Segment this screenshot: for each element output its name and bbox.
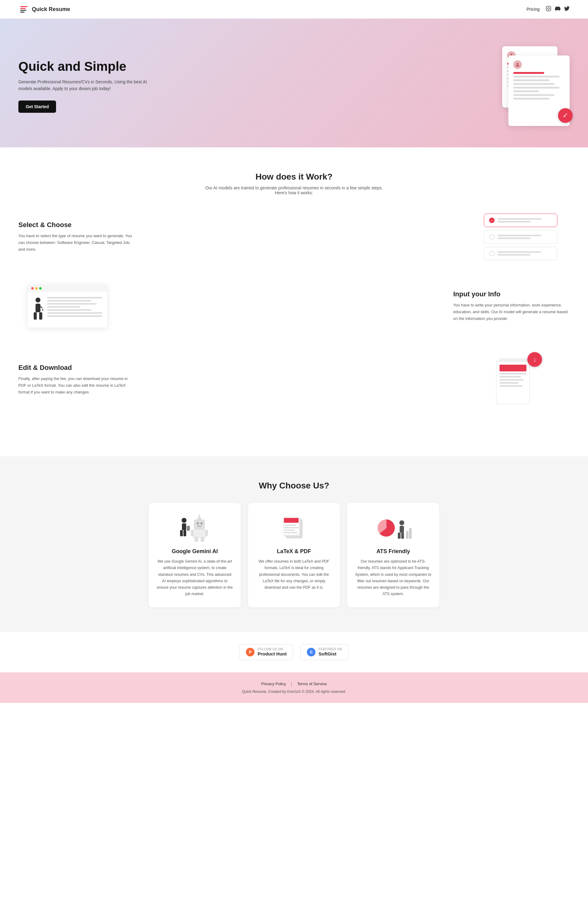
svg-point-41 — [400, 520, 404, 525]
step-edit-title: Edit & Download — [18, 364, 135, 372]
terms-link[interactable]: Terms of Service — [297, 682, 327, 687]
discord-link[interactable] — [555, 6, 560, 13]
download-visual: ↓ — [493, 352, 548, 407]
svg-rect-16 — [182, 523, 186, 530]
select-option-3 — [484, 247, 557, 260]
ai-icon-area — [156, 513, 233, 543]
how-section: How does it Work? Our AI models are trai… — [0, 148, 588, 456]
svg-rect-24 — [198, 517, 201, 520]
svg-rect-38 — [284, 529, 295, 531]
svg-rect-0 — [18, 4, 29, 15]
svg-rect-31 — [201, 537, 204, 542]
svg-rect-19 — [187, 526, 190, 531]
ats-icon-area — [355, 513, 432, 543]
latex-icon-area — [256, 513, 332, 543]
logo-text: Quick Resume — [32, 6, 70, 13]
svg-rect-3 — [20, 10, 26, 11]
hero-title: Quick and Simple — [18, 59, 147, 74]
svg-rect-29 — [206, 530, 208, 535]
step-select-title: Select & Choose — [18, 221, 135, 229]
producthunt-badge[interactable]: P FOLLOW US ON Product Hunt — [239, 644, 293, 660]
svg-rect-20 — [194, 520, 205, 529]
feature-card-latex: LaTeX & PDF We offer resumes in both LaT… — [248, 503, 340, 608]
step-select-text: Select & Choose You have to select the t… — [18, 221, 135, 253]
hero-subtitle: Generate Professional Resumes/CVs in Sec… — [18, 79, 147, 92]
svg-rect-42 — [400, 526, 404, 532]
select-option-1: ✓ — [484, 214, 557, 227]
svg-rect-36 — [284, 525, 296, 526]
radio-checked: ✓ — [489, 218, 495, 223]
svg-rect-25 — [193, 529, 206, 537]
svg-point-9 — [36, 297, 41, 302]
svg-point-21 — [197, 522, 199, 525]
svg-rect-46 — [409, 528, 411, 539]
sg-name-label: SoftGist — [318, 651, 342, 657]
step-input-text: Input your Info You have to write your p… — [453, 290, 570, 322]
ats-card-title: ATS Friendly — [355, 548, 432, 555]
footer-links: Privacy Policy | Terms of Service — [18, 682, 570, 687]
discord-icon — [555, 6, 560, 11]
footer: Privacy Policy | Terms of Service Quick … — [0, 672, 588, 703]
ai-card-desc: We use Google Gemini AI, a state-of-the-… — [156, 558, 233, 598]
svg-rect-45 — [406, 531, 409, 539]
twitter-icon — [564, 6, 570, 11]
doc-main — [496, 361, 530, 404]
why-title: Why Choose Us? — [18, 481, 570, 491]
svg-rect-10 — [36, 304, 41, 312]
step-select-desc: You have to select the type of resume yo… — [18, 233, 135, 253]
step-input: Input your Info You have to write your p… — [18, 285, 570, 328]
logo-icon — [18, 4, 29, 15]
instagram-link[interactable] — [546, 6, 551, 13]
ai-card-title: Google Gemini AI — [156, 548, 233, 555]
footer-copy: Quick Resume, Created by Kren1ch © 2024.… — [18, 690, 570, 694]
step-edit-desc: Finally, after paying the fee, you can d… — [18, 375, 135, 396]
step-edit: Edit & Download Finally, after paying th… — [18, 352, 570, 407]
pricing-link[interactable]: Pricing — [526, 7, 540, 11]
svg-rect-35 — [284, 518, 298, 523]
get-started-button[interactable]: Get Started — [18, 100, 56, 113]
svg-rect-12 — [39, 312, 42, 320]
step-input-title: Input your Info — [453, 290, 570, 298]
svg-rect-17 — [180, 530, 183, 536]
svg-rect-1 — [20, 6, 28, 7]
step-input-visual — [18, 285, 116, 328]
hero-illustration: ✓ — [459, 43, 570, 129]
browser-mock — [28, 285, 107, 328]
svg-rect-23 — [197, 526, 201, 527]
ph-name-label: Product Hunt — [257, 651, 287, 657]
social-icons — [546, 6, 570, 13]
sg-icon: G — [307, 648, 315, 656]
form-person-icon — [33, 297, 44, 323]
feature-card-ats: ATS Friendly Our resumes are optimized t… — [347, 503, 439, 608]
privacy-link[interactable]: Privacy Policy — [261, 682, 286, 687]
radio-unchecked-2 — [489, 251, 495, 256]
browser-content — [28, 292, 107, 328]
step-input-desc: You have to write your personal informat… — [453, 302, 570, 322]
hero-text: Quick and Simple Generate Professional R… — [18, 59, 147, 113]
svg-rect-18 — [183, 530, 186, 536]
feature-card-ai: Google Gemini AI We use Google Gemini AI… — [149, 503, 241, 608]
softgist-badge[interactable]: G FEATURED ON SoftGist — [300, 644, 348, 660]
instagram-icon — [546, 6, 551, 11]
radio-unchecked-1 — [489, 234, 495, 240]
checkmark-badge: ✓ — [558, 108, 573, 123]
twitter-link[interactable] — [564, 6, 570, 13]
svg-rect-4 — [20, 11, 25, 13]
sg-featured-label: FEATURED ON — [318, 647, 342, 651]
svg-rect-37 — [284, 527, 298, 528]
select-option-2 — [484, 230, 557, 244]
card-avatar-front — [513, 60, 522, 69]
svg-rect-44 — [401, 532, 404, 539]
svg-rect-30 — [195, 537, 198, 542]
svg-rect-39 — [284, 532, 297, 533]
ai-illustration — [176, 514, 213, 542]
why-section: Why Choose Us? — [0, 456, 588, 632]
svg-point-27 — [199, 514, 200, 516]
how-subtitle: Our AI models are trained to generate pr… — [202, 186, 386, 195]
ats-card-desc: Our resumes are optimized to be ATS-frie… — [355, 558, 432, 598]
svg-rect-2 — [20, 8, 26, 9]
navbar: Quick Resume Pricing — [0, 0, 588, 19]
logo[interactable]: Quick Resume — [18, 4, 70, 15]
ats-illustration — [375, 514, 411, 542]
svg-rect-43 — [398, 532, 401, 539]
